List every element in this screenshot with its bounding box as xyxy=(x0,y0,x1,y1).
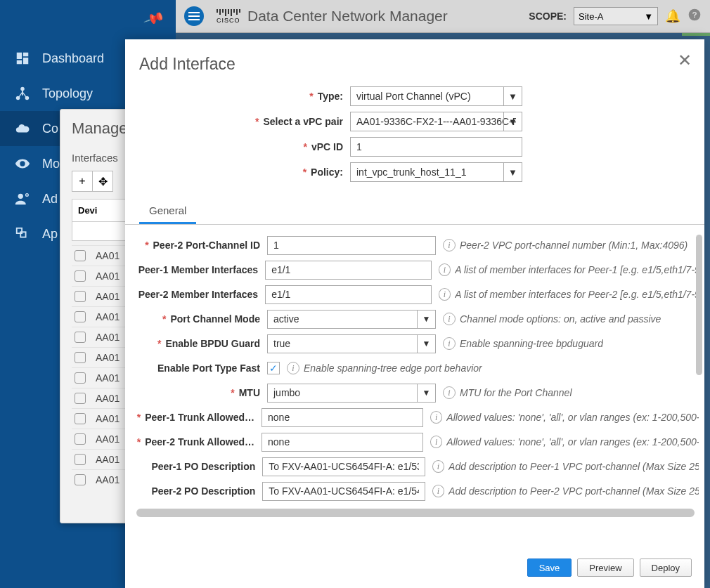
row-checkbox[interactable] xyxy=(75,291,86,302)
info-icon[interactable]: i xyxy=(432,485,444,497)
tabbar: General xyxy=(125,197,704,225)
bpdu-select[interactable]: true▼ xyxy=(267,334,436,353)
ptf-label: Enable Port Type Fast xyxy=(136,362,267,374)
pc-mode-select[interactable]: active▼ xyxy=(267,310,436,329)
help-icon[interactable]: ? xyxy=(688,8,702,25)
info-icon[interactable]: i xyxy=(287,362,299,374)
modal-footer: Save Preview Deploy xyxy=(125,550,704,588)
info-icon[interactable]: i xyxy=(439,263,451,276)
caret-down-icon: ▼ xyxy=(503,163,522,181)
modal-title: Add Interface xyxy=(139,55,704,74)
p1desc-input[interactable] xyxy=(262,457,425,476)
sidebar-item-label: Topology xyxy=(42,86,93,101)
caret-down-icon: ▼ xyxy=(417,384,435,402)
pair-label: * Select a vPC pair xyxy=(139,116,350,127)
row-checkbox[interactable] xyxy=(75,352,86,363)
type-select[interactable]: virtual Port Channel (vPC)▼ xyxy=(350,86,522,106)
p1trunk-input[interactable] xyxy=(262,408,423,427)
tab-general[interactable]: General xyxy=(139,197,196,224)
sidebar-item-label: Co xyxy=(42,122,58,136)
peer2-pc-id-input[interactable] xyxy=(267,236,436,255)
row-checkbox[interactable] xyxy=(75,311,86,322)
mtu-select[interactable]: jumbo▼ xyxy=(267,384,436,403)
row-checkbox[interactable] xyxy=(75,270,86,282)
user-gear-icon xyxy=(14,190,31,207)
bell-icon[interactable]: 🔔 xyxy=(665,8,680,24)
info-icon[interactable]: i xyxy=(443,337,456,350)
row-checkbox[interactable] xyxy=(75,454,86,465)
info-icon[interactable]: i xyxy=(443,386,456,399)
mtu-label: * MTU xyxy=(136,387,267,398)
row-checkbox[interactable] xyxy=(75,250,86,261)
save-button[interactable]: Save xyxy=(527,558,572,577)
p2trunk-input[interactable] xyxy=(262,433,423,452)
column-device: Devi xyxy=(72,199,128,222)
policy-select[interactable]: int_vpc_trunk_host_11_1▼ xyxy=(350,162,522,182)
info-icon[interactable]: i xyxy=(432,460,444,473)
p2trunk-label: * Peer-2 Trunk Allowed… xyxy=(136,436,262,447)
peer2-members-input[interactable] xyxy=(265,285,431,304)
row-checkbox[interactable] xyxy=(75,372,86,384)
sidebar-item-label: Mo xyxy=(42,157,60,171)
info-icon[interactable]: i xyxy=(439,288,451,301)
filter-input[interactable] xyxy=(72,221,128,241)
field-desc: A list of member interfaces for Peer-2 [… xyxy=(455,289,699,300)
p2desc-label: Peer-2 PO Description xyxy=(136,485,262,497)
ptf-checkbox[interactable]: ✓ xyxy=(267,362,280,374)
field-desc: MTU for the Port Channel xyxy=(460,387,572,398)
row-checkbox[interactable] xyxy=(75,433,86,445)
field-desc: Allowed values: 'none', 'all', or vlan r… xyxy=(446,436,699,447)
bpdu-label: * Enable BPDU Guard xyxy=(136,338,267,349)
preview-button[interactable]: Preview xyxy=(577,558,633,577)
scope-select[interactable]: Site-A ▼ xyxy=(574,7,658,25)
caret-down-icon: ▼ xyxy=(417,335,435,353)
cloud-icon xyxy=(14,120,31,137)
vpcid-label: * vPC ID xyxy=(139,141,350,152)
p2desc-input[interactable] xyxy=(262,482,425,501)
info-icon[interactable]: i xyxy=(443,239,456,251)
sidebar-item-label: Dashboard xyxy=(42,51,104,66)
field-desc: Peer-2 VPC port-channel number (Min:1, M… xyxy=(460,240,688,251)
add-interface-modal: ✕ Add Interface * Type: virtual Port Cha… xyxy=(125,39,704,588)
pair-select[interactable]: AA01-9336C-FX2-1---AA01-9336C-FX▼ xyxy=(350,112,522,131)
scope-label: SCOPE: xyxy=(529,11,567,22)
close-icon[interactable]: ✕ xyxy=(678,51,692,70)
sidebar-item-label: Ad xyxy=(42,192,58,207)
row-checkbox[interactable] xyxy=(75,413,86,424)
cisco-logo: CISCO xyxy=(217,9,240,24)
deploy-button[interactable]: Deploy xyxy=(640,558,692,577)
info-icon[interactable]: i xyxy=(430,436,442,448)
row-checkbox[interactable] xyxy=(75,332,86,343)
field-desc: Channel mode options: on, active and pas… xyxy=(460,313,661,325)
caret-down-icon: ▼ xyxy=(417,311,435,328)
info-icon[interactable]: i xyxy=(443,313,456,325)
peer2-pc-id-label: * Peer-2 Port-Channel ID xyxy=(136,240,267,251)
field-desc: Enable spanning-tree edge port behavior xyxy=(304,362,482,374)
topbar: CISCO Data Center Network Manager SCOPE:… xyxy=(176,0,710,33)
p1desc-label: Peer-1 PO Description xyxy=(136,461,262,472)
field-desc: Add description to Peer-2 VPC port-chann… xyxy=(448,485,699,497)
vertical-scrollbar[interactable] xyxy=(696,235,702,375)
svg-point-3 xyxy=(18,194,23,199)
app-title: Data Center Network Manager xyxy=(247,8,448,25)
pin-icon[interactable]: 📌 xyxy=(143,7,166,30)
scope-value: Site-A xyxy=(579,11,603,22)
pc-mode-label: * Port Channel Mode xyxy=(136,313,267,325)
sidebar-item-label: Ap xyxy=(42,227,58,242)
menu-button[interactable] xyxy=(184,6,204,26)
row-checkbox[interactable] xyxy=(75,474,86,485)
caret-down-icon: ▼ xyxy=(503,112,522,131)
caret-down-icon: ▼ xyxy=(644,11,653,22)
peer1-members-input[interactable] xyxy=(265,261,431,280)
vpcid-input[interactable] xyxy=(350,137,522,157)
peer1-members-label: Peer-1 Member Interfaces xyxy=(136,264,265,275)
eye-icon xyxy=(14,155,31,172)
horizontal-scrollbar[interactable] xyxy=(136,509,695,517)
row-checkbox[interactable] xyxy=(75,393,86,404)
info-icon[interactable]: i xyxy=(430,411,442,424)
field-desc: Add description to Peer-1 VPC port-chann… xyxy=(448,461,699,472)
svg-text:?: ? xyxy=(692,10,697,19)
add-button[interactable]: + xyxy=(72,171,93,192)
move-button[interactable]: ✥ xyxy=(92,171,113,192)
svg-point-4 xyxy=(26,194,29,197)
